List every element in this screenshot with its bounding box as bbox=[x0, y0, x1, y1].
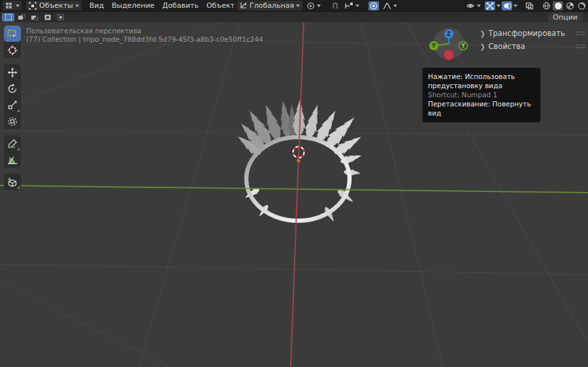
proportional-editing-icon bbox=[370, 2, 378, 10]
shading-rendered-icon bbox=[578, 2, 586, 10]
magnet-icon bbox=[331, 2, 339, 10]
shading-solid-icon bbox=[554, 2, 563, 10]
select-mode-subtract[interactable] bbox=[28, 13, 41, 22]
panel-drag-dots[interactable] bbox=[576, 44, 585, 49]
panel-properties[interactable]: ❯ Свойства bbox=[480, 42, 585, 51]
tool-add-cube[interactable] bbox=[4, 174, 21, 190]
move-icon bbox=[7, 67, 18, 78]
grid-line bbox=[0, 281, 170, 367]
tool-expand-indicator bbox=[17, 109, 20, 112]
xray-toggle[interactable] bbox=[524, 1, 534, 10]
gizmo-z-label: Z bbox=[447, 31, 451, 37]
chevron-right-icon: ❯ bbox=[480, 29, 485, 37]
tooltip-shortcut-text: Shortcut: Numpad 1 bbox=[428, 90, 535, 99]
view-name-text: Пользовательская перспектива bbox=[26, 27, 142, 35]
orientation-label: Глобальная bbox=[250, 1, 294, 10]
shading-rendered-button[interactable] bbox=[576, 1, 587, 10]
select-mode-invert[interactable] bbox=[41, 13, 54, 22]
chevron-down-icon[interactable] bbox=[497, 5, 500, 7]
tooltip-action-text: Нажатие: Использовать предустановку вида bbox=[428, 72, 535, 90]
chevron-down-icon bbox=[75, 5, 79, 7]
toolbar bbox=[4, 25, 21, 196]
shading-material-icon bbox=[566, 2, 574, 10]
tool-select-box[interactable] bbox=[4, 25, 21, 42]
proportional-editing-toggle[interactable] bbox=[368, 1, 379, 10]
snap-settings-dropdown[interactable] bbox=[342, 1, 362, 10]
menu-object[interactable]: Объект bbox=[203, 1, 238, 10]
chevron-down-icon bbox=[296, 5, 300, 7]
chevron-right-icon: ❯ bbox=[480, 42, 485, 50]
visibility-icon bbox=[466, 2, 475, 10]
snap-increment-icon bbox=[344, 2, 353, 10]
shading-wireframe-icon bbox=[542, 2, 551, 10]
tool-transform[interactable] bbox=[4, 113, 21, 129]
select-mode-intersect[interactable] bbox=[54, 13, 67, 22]
overlays-icon bbox=[503, 2, 512, 10]
falloff-curve-icon bbox=[383, 2, 391, 10]
transform-icon bbox=[7, 116, 18, 127]
gizmos-icon bbox=[486, 2, 494, 10]
gizmo-x-ball[interactable] bbox=[444, 50, 454, 60]
tool-annotate[interactable] bbox=[4, 135, 21, 152]
falloff-dropdown[interactable] bbox=[380, 1, 400, 10]
gizmo-y-neg-label: Y bbox=[461, 43, 465, 49]
annotate-icon bbox=[7, 138, 18, 149]
menu-view[interactable]: Вид bbox=[86, 1, 108, 10]
tooltip: Нажатие: Использовать предустановку вида… bbox=[422, 67, 541, 123]
chevron-down-icon bbox=[317, 5, 321, 7]
panel-properties-label: Свойства bbox=[489, 42, 525, 51]
mode-selector[interactable]: Объекты bbox=[26, 1, 82, 10]
viewport-editor-grid-icon bbox=[5, 2, 14, 10]
panel-transform-label: Трансформировать bbox=[489, 29, 565, 38]
mode-label: Объекты bbox=[39, 1, 73, 10]
measure-icon bbox=[7, 155, 18, 165]
options-button[interactable]: Опции bbox=[547, 12, 583, 22]
panel-drag-dots[interactable] bbox=[576, 31, 585, 36]
show-overlays-toggle[interactable] bbox=[502, 1, 512, 10]
select-mode-set[interactable] bbox=[2, 13, 14, 22]
tool-measure[interactable] bbox=[4, 152, 21, 168]
chevron-down-icon bbox=[477, 5, 481, 7]
add-cube-icon bbox=[7, 177, 18, 187]
active-object-text: (77) Collection | tripo_node_788dd3fd-5d… bbox=[26, 35, 263, 44]
transform-orientation-dropdown[interactable]: Глобальная bbox=[237, 1, 302, 10]
chevron-down-icon[interactable] bbox=[514, 5, 517, 7]
gizmo-y-label: Y bbox=[431, 43, 436, 49]
blender-window: Объекты Вид Выделение Добавить Объект Гл… bbox=[0, 0, 588, 367]
panel-transform[interactable]: ❯ Трансформировать bbox=[480, 29, 585, 38]
chevron-down-icon bbox=[393, 5, 397, 7]
select-mode-extend[interactable] bbox=[15, 13, 27, 22]
visibility-dropdown[interactable] bbox=[463, 1, 483, 10]
tool-scale[interactable] bbox=[4, 97, 21, 113]
menu-select[interactable]: Выделение bbox=[108, 1, 159, 10]
chevron-down-icon bbox=[355, 5, 359, 7]
transform-orientation-icon bbox=[240, 2, 248, 9]
editor-type-button[interactable] bbox=[3, 1, 22, 10]
shading-solid-button[interactable] bbox=[553, 1, 563, 10]
chevron-down-icon bbox=[16, 5, 20, 7]
scale-icon bbox=[7, 100, 18, 110]
tool-expand-indicator bbox=[17, 148, 20, 150]
pivot-point-dropdown[interactable] bbox=[304, 1, 323, 10]
object-mode-icon bbox=[29, 2, 37, 10]
rotate-icon bbox=[7, 84, 18, 94]
shading-material-button[interactable] bbox=[564, 1, 575, 10]
select-box-icon bbox=[7, 29, 18, 39]
viewport-header: Объекты Вид Выделение Добавить Объект Гл… bbox=[0, 0, 588, 11]
tool-move[interactable] bbox=[4, 64, 21, 80]
xray-icon bbox=[525, 2, 534, 10]
show-gizmos-toggle[interactable] bbox=[485, 1, 495, 10]
select-mode-group bbox=[2, 13, 67, 22]
menu-add[interactable]: Добавить bbox=[159, 1, 203, 10]
shading-wireframe-button[interactable] bbox=[541, 1, 551, 10]
cursor-3d-tool-icon bbox=[7, 45, 18, 56]
tool-settings-bar: Опции bbox=[0, 11, 588, 22]
pivot-point-icon bbox=[306, 2, 315, 10]
tool-cursor[interactable] bbox=[4, 42, 21, 58]
tooltip-drag-text: Перетаскивание: Повернуть вид bbox=[428, 99, 535, 118]
viewport-3d[interactable]: Пользовательская перспектива (77) Collec… bbox=[0, 22, 588, 367]
tool-expand-indicator bbox=[17, 186, 20, 189]
tool-rotate[interactable] bbox=[4, 80, 21, 97]
snap-toggle[interactable] bbox=[330, 1, 340, 10]
